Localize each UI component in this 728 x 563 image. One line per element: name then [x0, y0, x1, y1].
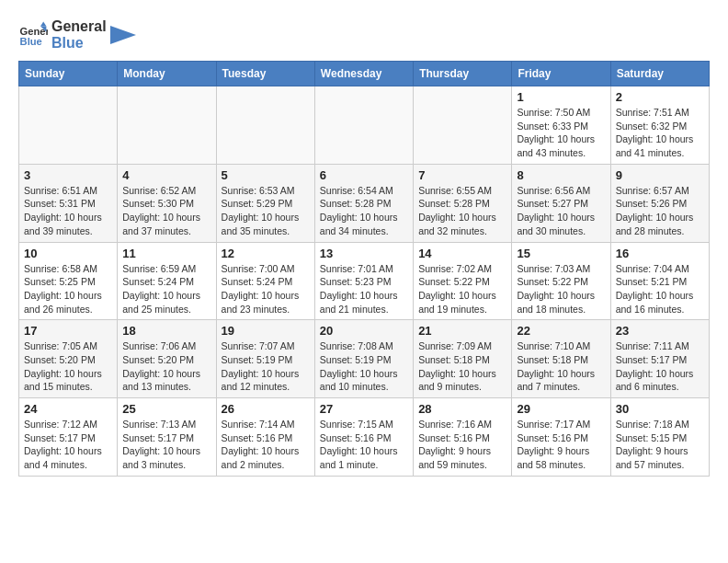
day-number: 30 [616, 402, 704, 416]
svg-text:Blue: Blue [20, 36, 42, 47]
calendar-cell: 29Sunrise: 7:17 AMSunset: 5:16 PMDayligh… [512, 398, 610, 477]
day-number: 9 [616, 168, 704, 182]
day-number: 16 [616, 247, 704, 260]
calendar-cell: 20Sunrise: 7:08 AMSunset: 5:19 PMDayligh… [314, 320, 413, 398]
day-info: Sunrise: 7:04 AMSunset: 5:21 PMDaylight:… [616, 262, 704, 316]
weekday-header-thursday: Thursday [414, 62, 512, 86]
weekday-header-wednesday: Wednesday [314, 62, 413, 86]
calendar-cell: 25Sunrise: 7:13 AMSunset: 5:17 PMDayligh… [118, 398, 216, 477]
day-info: Sunrise: 6:59 AMSunset: 5:24 PMDaylight:… [122, 262, 210, 316]
calendar-cell: 27Sunrise: 7:15 AMSunset: 5:16 PMDayligh… [314, 398, 413, 477]
calendar-table: SundayMondayTuesdayWednesdayThursdayFrid… [18, 61, 710, 477]
svg-marker-4 [110, 26, 136, 44]
calendar-cell: 21Sunrise: 7:09 AMSunset: 5:18 PMDayligh… [414, 320, 512, 398]
day-number: 1 [517, 90, 605, 104]
day-number: 28 [418, 402, 506, 416]
day-info: Sunrise: 6:58 AMSunset: 5:25 PMDaylight:… [24, 262, 112, 316]
day-info: Sunrise: 7:02 AMSunset: 5:22 PMDaylight:… [418, 262, 506, 316]
day-info: Sunrise: 7:15 AMSunset: 5:16 PMDaylight:… [320, 418, 408, 472]
calendar-cell [216, 86, 314, 165]
day-info: Sunrise: 7:16 AMSunset: 5:16 PMDaylight:… [418, 418, 506, 472]
logo-icon: General Blue [18, 20, 48, 50]
day-number: 24 [24, 402, 112, 416]
day-number: 23 [616, 324, 704, 338]
day-info: Sunrise: 7:03 AMSunset: 5:22 PMDaylight:… [517, 262, 605, 316]
day-number: 8 [517, 168, 605, 182]
day-info: Sunrise: 7:13 AMSunset: 5:17 PMDaylight:… [122, 418, 210, 472]
calendar-cell: 16Sunrise: 7:04 AMSunset: 5:21 PMDayligh… [610, 242, 709, 320]
day-number: 19 [222, 324, 310, 338]
calendar-cell: 22Sunrise: 7:10 AMSunset: 5:18 PMDayligh… [512, 320, 610, 398]
calendar-cell: 30Sunrise: 7:18 AMSunset: 5:15 PMDayligh… [610, 398, 709, 477]
calendar-week-row: 24Sunrise: 7:12 AMSunset: 5:17 PMDayligh… [19, 398, 710, 477]
calendar-cell: 12Sunrise: 7:00 AMSunset: 5:24 PMDayligh… [216, 242, 314, 320]
day-info: Sunrise: 7:09 AMSunset: 5:18 PMDaylight:… [418, 339, 506, 394]
logo-general: General [51, 18, 107, 35]
day-number: 12 [222, 247, 310, 260]
calendar-cell [19, 86, 118, 165]
calendar-cell: 4Sunrise: 6:52 AMSunset: 5:30 PMDaylight… [118, 164, 216, 242]
day-number: 22 [517, 324, 605, 338]
calendar-cell [314, 86, 413, 165]
day-number: 14 [418, 247, 506, 260]
day-number: 3 [24, 168, 112, 182]
calendar-cell: 10Sunrise: 6:58 AMSunset: 5:25 PMDayligh… [19, 242, 118, 320]
weekday-header-friday: Friday [512, 62, 610, 86]
logo-arrow-icon [110, 26, 136, 44]
logo-blue: Blue [51, 35, 107, 52]
day-info: Sunrise: 7:08 AMSunset: 5:19 PMDaylight:… [320, 339, 408, 394]
day-info: Sunrise: 7:17 AMSunset: 5:16 PMDaylight:… [517, 418, 605, 472]
day-info: Sunrise: 7:05 AMSunset: 5:20 PMDaylight:… [24, 339, 112, 394]
calendar-week-row: 1Sunrise: 7:50 AMSunset: 6:33 PMDaylight… [19, 86, 710, 165]
day-number: 15 [517, 247, 605, 260]
svg-marker-2 [40, 22, 46, 27]
calendar-cell [414, 86, 512, 165]
day-info: Sunrise: 6:56 AMSunset: 5:27 PMDaylight:… [517, 184, 605, 238]
calendar-cell: 17Sunrise: 7:05 AMSunset: 5:20 PMDayligh… [19, 320, 118, 398]
calendar-cell [118, 86, 216, 165]
day-info: Sunrise: 7:07 AMSunset: 5:19 PMDaylight:… [222, 339, 310, 394]
calendar-cell: 6Sunrise: 6:54 AMSunset: 5:28 PMDaylight… [314, 164, 413, 242]
calendar-cell: 1Sunrise: 7:50 AMSunset: 6:33 PMDaylight… [512, 86, 610, 165]
day-info: Sunrise: 7:14 AMSunset: 5:16 PMDaylight:… [222, 418, 310, 472]
weekday-header-saturday: Saturday [610, 62, 709, 86]
calendar-cell: 8Sunrise: 6:56 AMSunset: 5:27 PMDaylight… [512, 164, 610, 242]
day-number: 4 [122, 168, 210, 182]
page-header: General Blue General Blue [18, 18, 710, 52]
day-info: Sunrise: 6:55 AMSunset: 5:28 PMDaylight:… [418, 184, 506, 238]
day-info: Sunrise: 6:52 AMSunset: 5:30 PMDaylight:… [122, 184, 210, 238]
day-number: 7 [418, 168, 506, 182]
calendar-cell: 15Sunrise: 7:03 AMSunset: 5:22 PMDayligh… [512, 242, 610, 320]
day-info: Sunrise: 7:18 AMSunset: 5:15 PMDaylight:… [616, 418, 704, 472]
calendar-cell: 18Sunrise: 7:06 AMSunset: 5:20 PMDayligh… [118, 320, 216, 398]
day-info: Sunrise: 7:51 AMSunset: 6:32 PMDaylight:… [616, 106, 704, 160]
day-number: 2 [616, 90, 704, 104]
day-number: 11 [122, 247, 210, 260]
weekday-header-monday: Monday [118, 62, 216, 86]
day-number: 26 [222, 402, 310, 416]
calendar-cell: 7Sunrise: 6:55 AMSunset: 5:28 PMDaylight… [414, 164, 512, 242]
day-info: Sunrise: 7:12 AMSunset: 5:17 PMDaylight:… [24, 418, 112, 472]
day-number: 21 [418, 324, 506, 338]
calendar-cell: 28Sunrise: 7:16 AMSunset: 5:16 PMDayligh… [414, 398, 512, 477]
day-info: Sunrise: 6:51 AMSunset: 5:31 PMDaylight:… [24, 184, 112, 238]
calendar-cell: 3Sunrise: 6:51 AMSunset: 5:31 PMDaylight… [19, 164, 118, 242]
calendar-cell: 23Sunrise: 7:11 AMSunset: 5:17 PMDayligh… [610, 320, 709, 398]
logo: General Blue General Blue [18, 18, 136, 52]
weekday-header-tuesday: Tuesday [216, 62, 314, 86]
calendar-week-row: 10Sunrise: 6:58 AMSunset: 5:25 PMDayligh… [19, 242, 710, 320]
calendar-cell: 24Sunrise: 7:12 AMSunset: 5:17 PMDayligh… [19, 398, 118, 477]
calendar-cell: 26Sunrise: 7:14 AMSunset: 5:16 PMDayligh… [216, 398, 314, 477]
day-number: 10 [24, 247, 112, 260]
calendar-cell: 11Sunrise: 6:59 AMSunset: 5:24 PMDayligh… [118, 242, 216, 320]
calendar-cell: 14Sunrise: 7:02 AMSunset: 5:22 PMDayligh… [414, 242, 512, 320]
calendar-cell: 9Sunrise: 6:57 AMSunset: 5:26 PMDaylight… [610, 164, 709, 242]
day-number: 25 [122, 402, 210, 416]
day-number: 6 [320, 168, 408, 182]
day-number: 17 [24, 324, 112, 338]
calendar-cell: 19Sunrise: 7:07 AMSunset: 5:19 PMDayligh… [216, 320, 314, 398]
calendar-cell: 13Sunrise: 7:01 AMSunset: 5:23 PMDayligh… [314, 242, 413, 320]
calendar-week-row: 17Sunrise: 7:05 AMSunset: 5:20 PMDayligh… [19, 320, 710, 398]
day-number: 5 [222, 168, 310, 182]
day-info: Sunrise: 7:11 AMSunset: 5:17 PMDaylight:… [616, 339, 704, 394]
